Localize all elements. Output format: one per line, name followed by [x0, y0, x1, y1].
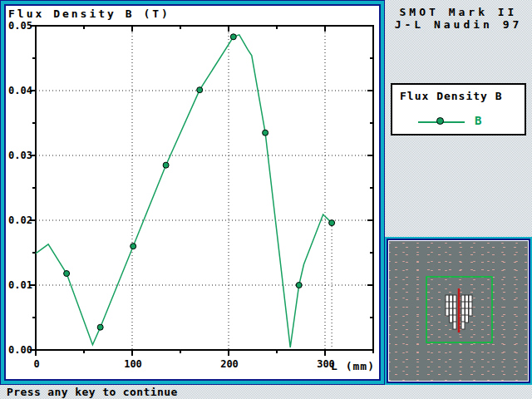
magnet-bar — [453, 295, 456, 329]
data-point-marker — [230, 34, 236, 40]
smot-device-drawing — [389, 241, 528, 381]
legend-series-label: B — [475, 114, 481, 127]
y-tick-label: 0.03 — [8, 150, 32, 161]
status-bar: Press any key to continue — [0, 385, 532, 399]
header-panel: SMOT Mark II J-L Naudin 97 — [385, 6, 532, 31]
magnet-bar — [461, 295, 465, 329]
screen: Flux Density B (T) 0.000.010.020.030.040… — [0, 0, 532, 399]
smot-device-image — [389, 241, 528, 381]
legend-series-marker-icon — [436, 117, 444, 125]
data-point-marker — [64, 271, 70, 277]
data-point-marker — [131, 244, 136, 249]
chart-area: Flux Density B (T) 0.000.010.020.030.040… — [4, 4, 381, 381]
data-point-marker — [263, 130, 268, 135]
y-tick-label: 0.01 — [8, 279, 32, 291]
magnet-bar — [469, 295, 472, 316]
data-point-marker — [163, 162, 169, 168]
chart-plot: 0.000.010.020.030.040.050100200300 — [6, 6, 379, 379]
data-point-marker — [197, 87, 203, 93]
data-point-marker — [329, 220, 335, 226]
device-image-inner-border — [388, 240, 529, 382]
status-prompt: Press any key to continue — [7, 386, 178, 398]
device-image-panel — [385, 237, 532, 385]
header-line1: SMOT Mark II — [385, 6, 532, 18]
x-axis-label: L (mm) — [331, 360, 375, 372]
y-tick-label: 0.04 — [8, 85, 32, 96]
legend: Flux Density B B — [391, 83, 526, 135]
data-point-marker — [97, 324, 103, 330]
x-tick-label: 100 — [124, 358, 142, 370]
chart-panel: Flux Density B (T) 0.000.010.020.030.040… — [0, 0, 385, 385]
data-point-marker — [296, 283, 302, 288]
header-line2: J-L Naudin 97 — [385, 18, 532, 31]
y-tick-label: 0.02 — [8, 214, 32, 226]
y-tick-label: 0.05 — [8, 20, 32, 32]
series-line — [36, 35, 332, 347]
magnet-bar — [446, 295, 449, 316]
y-tick-label: 0.00 — [8, 344, 32, 356]
x-tick-label: 200 — [220, 358, 239, 370]
plot-border — [36, 26, 373, 350]
x-tick-label: 0 — [33, 358, 39, 370]
device-image-border — [387, 239, 530, 383]
legend-title: Flux Density B — [400, 90, 503, 102]
chart-title: Flux Density B (T) — [8, 7, 170, 20]
